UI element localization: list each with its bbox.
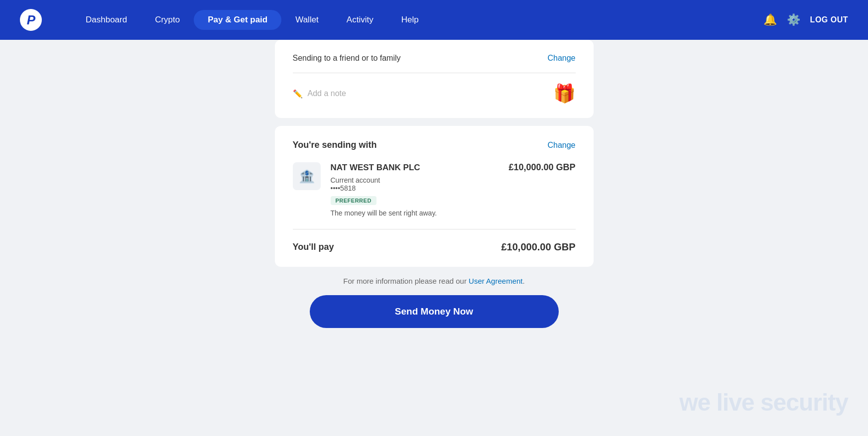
sending-with-change-link[interactable]: Change xyxy=(547,141,575,150)
divider xyxy=(293,229,576,229)
nav-item-crypto[interactable]: Crypto xyxy=(141,10,194,30)
note-row: ✏️ Add a note 🎁 xyxy=(293,73,576,104)
nav-item-wallet[interactable]: Wallet xyxy=(281,10,333,30)
preferred-badge: PREFERRED xyxy=(331,196,376,205)
bank-amount: £10,000.00 GBP xyxy=(508,162,575,173)
you-pay-row: You'll pay £10,000.00 GBP xyxy=(293,241,576,253)
settings-icon[interactable]: ⚙️ xyxy=(787,13,800,26)
send-right-away-text: The money will be sent right away. xyxy=(331,209,499,217)
send-money-button[interactable]: Send Money Now xyxy=(310,295,559,328)
navbar: P Dashboard Crypto Pay & Get paid Wallet… xyxy=(0,0,868,40)
footer-suffix: . xyxy=(523,277,525,285)
gift-icon: 🎁 xyxy=(553,83,576,104)
logout-button[interactable]: LOG OUT xyxy=(810,15,848,24)
you-pay-label: You'll pay xyxy=(293,242,334,252)
watermark: we live security xyxy=(679,389,848,416)
bank-name: NAT WEST BANK PLC xyxy=(331,162,499,173)
nav-item-help[interactable]: Help xyxy=(387,10,433,30)
pencil-icon: ✏️ xyxy=(293,89,303,99)
paypal-logo: P xyxy=(20,9,42,31)
footer-text: For more information please read our Use… xyxy=(275,277,594,285)
main-content: Sending to a friend or to family Change … xyxy=(265,40,604,328)
sending-type-change-link[interactable]: Change xyxy=(547,54,575,63)
nav-item-pay-get-paid[interactable]: Pay & Get paid xyxy=(194,10,281,30)
notification-icon[interactable]: 🔔 xyxy=(763,13,777,26)
nav-links: Dashboard Crypto Pay & Get paid Wallet A… xyxy=(72,10,763,30)
bank-details: NAT WEST BANK PLC Current account ••••58… xyxy=(331,162,499,217)
sending-type-text: Sending to a friend or to family xyxy=(293,54,401,63)
you-pay-amount: £10,000.00 GBP xyxy=(501,241,576,253)
sending-with-card: You're sending with Change 🏦 NAT WEST BA… xyxy=(275,126,594,267)
bank-icon: 🏦 xyxy=(293,162,321,190)
user-agreement-link[interactable]: User Agreement xyxy=(469,277,522,285)
nav-item-dashboard[interactable]: Dashboard xyxy=(72,10,141,30)
sending-with-header: You're sending with Change xyxy=(293,140,576,150)
sending-type-row: Sending to a friend or to family Change xyxy=(293,54,576,73)
sending-with-title: You're sending with xyxy=(293,140,377,150)
note-placeholder[interactable]: Add a note xyxy=(308,89,346,98)
bank-row: 🏦 NAT WEST BANK PLC Current account ••••… xyxy=(293,162,576,217)
bank-type: Current account xyxy=(331,176,499,184)
paypal-logo-icon: P xyxy=(20,9,42,31)
nav-right: 🔔 ⚙️ LOG OUT xyxy=(763,13,848,26)
bank-account-number: ••••5818 xyxy=(331,184,499,192)
nav-item-activity[interactable]: Activity xyxy=(333,10,387,30)
footer-pre-link: For more information please read our xyxy=(343,277,469,285)
sending-type-card: Sending to a friend or to family Change … xyxy=(275,40,594,118)
note-input-area[interactable]: ✏️ Add a note xyxy=(293,89,346,99)
